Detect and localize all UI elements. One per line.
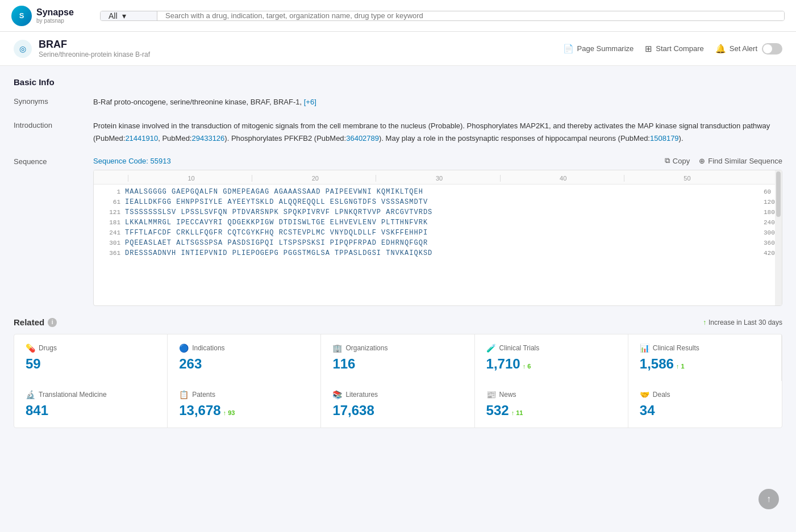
stat-cell-literatures[interactable]: 📚 Literatures 17,638	[321, 381, 474, 428]
sequence-scrollbar[interactable]	[775, 170, 782, 305]
pubmed4-link[interactable]: 1508179	[650, 134, 679, 143]
stat-icon: 🔵	[179, 344, 189, 353]
stat-cell-deals[interactable]: 🤝 Deals 34	[628, 381, 782, 428]
stat-label-text: Deals	[653, 391, 670, 399]
sequence-ruler: 10 20 30 40 50	[94, 170, 782, 185]
seq-amino: IEALLDKFGG EHNPPSIYLE AYEEYTSKLD ALQQREQ…	[125, 198, 759, 206]
synonyms-row: Synonyms B-Raf proto-oncogene, serine/th…	[14, 96, 782, 108]
stat-label: 💊 Drugs	[26, 344, 156, 353]
stat-cell-drugs[interactable]: 💊 Drugs 59	[14, 334, 168, 381]
search-input[interactable]	[157, 11, 784, 20]
brand-name: Synapse	[36, 7, 74, 18]
synonyms-text: B-Raf proto-oncogene, serine/threonine k…	[93, 98, 302, 106]
related-header: Related i ↑ Increase in Last 30 days	[14, 317, 782, 327]
stat-row: 116	[332, 356, 462, 372]
summarize-icon: 📄	[563, 44, 574, 54]
stat-cell-patents[interactable]: 📋 Patents 13,678 ↑ 93	[168, 381, 321, 428]
start-compare-button[interactable]: ⊞ Start Compare	[645, 44, 704, 54]
find-similar-icon: ⊕	[699, 157, 705, 165]
seq-num-start: 1	[94, 188, 125, 195]
sequence-rows[interactable]: 1 MAALSGGGG GAEPGQALFN GDMEPEAGAG AGAAAS…	[94, 185, 782, 300]
stat-icon: 🤝	[640, 390, 649, 399]
synonyms-more-link[interactable]: [+6]	[304, 98, 316, 106]
sequence-label: Sequence	[14, 156, 93, 306]
ruler-mark-20: 20	[252, 175, 376, 182]
find-similar-button[interactable]: ⊕ Find Similar Sequence	[699, 157, 782, 165]
alert-icon: 🔔	[715, 44, 726, 54]
sequence-row-0: 1 MAALSGGGG GAEPGQALFN GDMEPEAGAG AGAAAS…	[94, 187, 782, 197]
main-content: Basic Info Synonyms B-Raf proto-oncogene…	[0, 66, 796, 439]
stat-cell-translational-medicine[interactable]: 🔬 Translational Medicine 841	[14, 381, 168, 428]
logo-icon: S	[11, 6, 32, 26]
stat-row: 841	[26, 403, 156, 418]
stat-value: 263	[179, 356, 202, 372]
related-title-text: Related	[14, 317, 44, 327]
page-header-icon: ◎	[14, 40, 32, 58]
stat-cell-organizations[interactable]: 🏢 Organizations 116	[321, 334, 474, 381]
stat-label: 🏢 Organizations	[332, 344, 462, 353]
header-actions: 📄 Page Summarize ⊞ Start Compare 🔔 Set A…	[563, 43, 782, 55]
copy-button[interactable]: ⧉ Copy	[665, 156, 690, 165]
copy-label: Copy	[673, 157, 690, 165]
stat-label: 📊 Clinical Results	[640, 344, 770, 353]
introduction-row: Introduction Protein kinase involved in …	[14, 120, 782, 145]
introduction-label: Introduction	[14, 120, 93, 145]
basic-info-title: Basic Info	[14, 77, 782, 87]
set-alert-container: 🔔 Set Alert	[715, 43, 782, 55]
stat-cell-clinical-trials[interactable]: 🧪 Clinical Trials 1,710 ↑ 6	[475, 334, 628, 381]
seq-num-start: 301	[94, 240, 125, 246]
pubmed2-link[interactable]: 29433126	[191, 134, 224, 143]
stat-row: 17,638	[332, 403, 462, 418]
stat-row: 263	[179, 356, 309, 372]
stat-cell-clinical-results[interactable]: 📊 Clinical Results 1,586 ↑ 1	[628, 334, 782, 381]
page-summarize-button[interactable]: 📄 Page Summarize	[563, 44, 634, 54]
pubmed1-link[interactable]: 21441910	[125, 134, 158, 143]
stat-cell-indications[interactable]: 🔵 Indications 263	[168, 334, 321, 381]
set-alert-button[interactable]: 🔔 Set Alert	[715, 44, 757, 54]
stat-value: 841	[26, 403, 48, 418]
alert-toggle[interactable]	[762, 43, 782, 55]
sequence-box: 10 20 30 40 50 1 MAALSGGGG GAEPGQALFN GD…	[93, 170, 782, 306]
sequence-container: Sequence Code: 55913 ⧉ Copy ⊕ Find Simil…	[93, 156, 782, 306]
top-nav: S Synapse by patsnap All ▾	[0, 0, 796, 32]
stat-badge: ↑ 6	[523, 363, 531, 370]
stat-badge: ↑ 93	[223, 409, 235, 416]
arrow-up-icon: ↑	[703, 319, 706, 326]
stat-cell-news[interactable]: 📰 News 532 ↑ 11	[475, 381, 628, 428]
related-info-badge[interactable]: i	[48, 318, 57, 327]
ruler-mark-40: 40	[500, 175, 624, 182]
increase-label-text: Increase in Last 30 days	[709, 319, 782, 326]
sequence-row-2: 121 TSSSSSSSLSV LPSSLSVFQN PTDVARSNPK SP…	[94, 207, 782, 217]
related-title: Related i	[14, 317, 57, 327]
sequence-row-5: 301 PQEEASLAET ALTSGSSPSA PASDSIGPQI LTS…	[94, 238, 782, 248]
set-alert-label: Set Alert	[730, 44, 757, 53]
stat-label-text: Clinical Trials	[499, 344, 540, 352]
stat-label-text: Literatures	[345, 391, 378, 399]
related-section: Related i ↑ Increase in Last 30 days 💊 D…	[14, 317, 782, 428]
seq-amino: DRESSSADNVH INTIEPVNID PLIEPOGEPG PGGSTM…	[125, 249, 759, 257]
stat-label: 🤝 Deals	[640, 390, 770, 399]
stats-grid: 💊 Drugs 59 🔵 Indications 263 🏢 Organizat…	[14, 334, 782, 428]
stat-icon: 📋	[179, 390, 189, 399]
sequence-code-link[interactable]: Sequence Code: 55913	[93, 157, 171, 165]
stat-label: 📰 News	[486, 390, 616, 399]
stat-value: 34	[640, 403, 655, 418]
seq-amino: MAALSGGGG GAEPGQALFN GDMEPEAGAG AGAAASSA…	[125, 188, 759, 196]
sequence-row-6: 361 DRESSSADNVH INTIEPVNID PLIEPOGEPG PG…	[94, 248, 782, 258]
page-subtitle: Serine/threonine-protein kinase B-raf	[39, 51, 556, 58]
pubmed3-link[interactable]: 36402789	[346, 134, 379, 143]
stat-label: 🧪 Clinical Trials	[486, 344, 616, 353]
stat-label: 🔬 Translational Medicine	[26, 390, 156, 399]
introduction-value: Protein kinase involved in the transduct…	[93, 120, 782, 145]
search-type-dropdown[interactable]: All ▾	[101, 11, 157, 20]
seq-amino: PQEEASLAET ALTSGSSPSA PASDSIGPQI LTSPSPS…	[125, 239, 759, 247]
ruler-mark-10: 10	[128, 175, 252, 182]
copy-icon: ⧉	[665, 156, 670, 165]
stat-value: 1,710	[486, 356, 520, 372]
seq-amino: TFFTLAFCDF CRKLLFQGFR CQTCGYKFHQ RCSTEVP…	[125, 229, 759, 237]
stat-row: 34	[640, 403, 770, 418]
seq-num-start: 361	[94, 250, 125, 257]
seq-amino: TSSSSSSSLSV LPSSLSVFQN PTDVARSNPK SPQKPI…	[125, 208, 759, 216]
page-header: ◎ BRAF Serine/threonine-protein kinase B…	[0, 32, 796, 66]
brand-sub: by patsnap	[36, 18, 74, 24]
